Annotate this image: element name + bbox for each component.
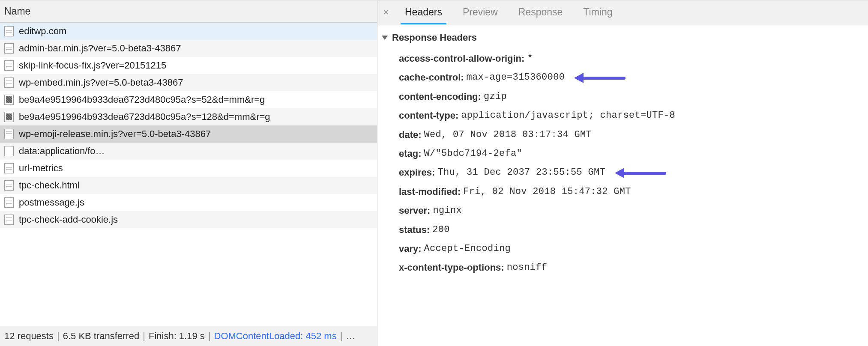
close-details-button[interactable]: × — [377, 0, 395, 24]
response-header-value: Thu, 31 Dec 2037 23:55:55 GMT — [437, 167, 605, 178]
request-row[interactable]: be9a4e9519964b933dea6723d480c95a?s=128&d… — [0, 108, 377, 125]
response-header-value: * — [527, 53, 533, 64]
status-requests: 12 requests — [4, 331, 54, 342]
request-name: tpc-check.html — [19, 180, 80, 191]
response-headers-list: access-control-allow-origin:*cache-contr… — [382, 49, 864, 277]
response-header-row: status:200 — [399, 221, 864, 239]
response-header-key: content-encoding: — [399, 91, 481, 102]
response-header-row: content-type:application/javascript; cha… — [399, 106, 864, 125]
response-header-row: cache-control:max-age=315360000 — [399, 68, 864, 87]
response-header-row: last-modified:Fri, 02 Nov 2018 15:47:32 … — [399, 182, 864, 201]
response-headers-title: Response Headers — [392, 32, 477, 43]
response-header-row: vary:Accept-Encoding — [399, 239, 864, 258]
request-name: wp-emoji-release.min.js?ver=5.0-beta3-43… — [19, 128, 211, 140]
status-separator: | — [143, 331, 145, 342]
response-header-key: vary: — [399, 243, 422, 254]
request-row[interactable]: wp-embed.min.js?ver=5.0-beta3-43867 — [0, 74, 377, 91]
response-header-row: x-content-type-options:nosniff — [399, 258, 864, 277]
response-header-key: date: — [399, 129, 422, 140]
response-header-key: last-modified: — [399, 186, 461, 197]
request-name: skip-link-focus-fix.js?ver=20151215 — [19, 60, 166, 71]
response-header-key: content-type: — [399, 110, 458, 121]
request-name: wp-embed.min.js?ver=5.0-beta3-43867 — [19, 77, 183, 88]
response-header-row: expires:Thu, 31 Dec 2037 23:55:55 GMT — [399, 163, 864, 182]
response-header-row: etag:W/"5bdc7194-2efa" — [399, 144, 864, 163]
request-name: be9a4e9519964b933dea6723d480c95a?s=52&d=… — [19, 94, 265, 105]
requests-panel: Name editwp.comadmin-bar.min.js?ver=5.0-… — [0, 0, 377, 346]
status-transferred: 6.5 KB transferred — [63, 331, 140, 342]
status-separator: | — [340, 331, 343, 342]
response-header-value: gzip — [484, 91, 507, 102]
request-name: admin-bar.min.js?ver=5.0-beta3-43867 — [19, 43, 181, 54]
disclosure-triangle-icon — [382, 36, 388, 40]
blank-file-icon — [4, 146, 14, 156]
image-file-icon — [4, 112, 14, 122]
document-file-icon — [4, 60, 14, 71]
tab-preview[interactable]: Preview — [452, 0, 508, 24]
request-row[interactable]: tpc-check.html — [0, 177, 377, 194]
document-file-icon — [4, 215, 14, 225]
response-header-row: server:nginx — [399, 201, 864, 220]
request-name: be9a4e9519964b933dea6723d480c95a?s=128&d… — [19, 111, 270, 122]
response-header-row: content-encoding:gzip — [399, 87, 864, 106]
response-header-value: W/"5bdc7194-2efa" — [424, 148, 523, 159]
response-header-value: Fri, 02 Nov 2018 15:47:32 GMT — [463, 186, 631, 197]
request-row[interactable]: url-metrics — [0, 160, 377, 177]
request-row[interactable]: skip-link-focus-fix.js?ver=20151215 — [0, 57, 377, 74]
image-file-icon — [4, 95, 14, 105]
response-header-value: application/javascript; charset=UTF-8 — [461, 110, 675, 121]
request-name: url-metrics — [19, 163, 63, 174]
close-icon: × — [383, 7, 389, 18]
request-row[interactable]: postmessage.js — [0, 194, 377, 211]
response-header-value: Wed, 07 Nov 2018 03:17:34 GMT — [424, 129, 592, 140]
response-header-key: expires: — [399, 167, 435, 178]
response-header-key: server: — [399, 205, 430, 216]
status-separator: | — [57, 331, 60, 342]
document-file-icon — [4, 129, 14, 139]
response-header-row: access-control-allow-origin:* — [399, 49, 864, 68]
response-header-value: Accept-Encoding — [424, 243, 511, 254]
status-bar: 12 requests | 6.5 KB transferred | Finis… — [0, 326, 377, 346]
request-list: editwp.comadmin-bar.min.js?ver=5.0-beta3… — [0, 23, 377, 326]
document-file-icon — [4, 197, 14, 208]
details-body: Response Headers access-control-allow-or… — [377, 24, 868, 346]
request-row[interactable]: be9a4e9519964b933dea6723d480c95a?s=52&d=… — [0, 91, 377, 108]
annotation-arrow-icon — [615, 170, 666, 176]
annotation-arrow-icon — [574, 75, 626, 81]
details-panel: × HeadersPreviewResponseTiming Response … — [377, 0, 868, 346]
request-row[interactable]: admin-bar.min.js?ver=5.0-beta3-43867 — [0, 40, 377, 57]
response-header-value: max-age=315360000 — [467, 72, 565, 83]
tab-response[interactable]: Response — [508, 0, 573, 24]
response-headers-section-toggle[interactable]: Response Headers — [382, 32, 864, 43]
tab-timing[interactable]: Timing — [573, 0, 623, 24]
document-file-icon — [4, 78, 14, 88]
response-header-key: x-content-type-options: — [399, 262, 504, 273]
request-row[interactable]: editwp.com — [0, 23, 377, 40]
document-file-icon — [4, 163, 14, 173]
request-name: postmessage.js — [19, 197, 84, 208]
status-finish: Finish: 1.19 s — [149, 331, 205, 342]
tab-headers[interactable]: Headers — [395, 0, 452, 24]
response-header-value: 200 — [432, 224, 450, 236]
status-separator: | — [208, 331, 211, 342]
response-header-key: cache-control: — [399, 72, 464, 83]
response-header-key: access-control-allow-origin: — [399, 53, 524, 64]
devtools-network-panel: Name editwp.comadmin-bar.min.js?ver=5.0-… — [0, 0, 868, 346]
response-header-key: etag: — [399, 148, 422, 159]
request-row[interactable]: wp-emoji-release.min.js?ver=5.0-beta3-43… — [0, 125, 377, 143]
status-truncated: … — [346, 331, 355, 342]
request-row[interactable]: tpc-check-add-cookie.js — [0, 211, 377, 228]
status-domcontentloaded: DOMContentLoaded: 452 ms — [214, 331, 337, 342]
document-file-icon — [4, 180, 14, 191]
response-header-key: status: — [399, 224, 430, 236]
response-header-value: nginx — [433, 205, 462, 216]
response-header-value: nosniff — [507, 262, 548, 273]
request-row[interactable]: data:application/fo… — [0, 143, 377, 160]
request-name: editwp.com — [19, 26, 66, 37]
request-name: tpc-check-add-cookie.js — [19, 214, 118, 225]
document-file-icon — [4, 26, 14, 36]
requests-column-header[interactable]: Name — [0, 0, 377, 23]
response-header-row: date:Wed, 07 Nov 2018 03:17:34 GMT — [399, 125, 864, 144]
details-tab-bar: × HeadersPreviewResponseTiming — [377, 0, 868, 24]
document-file-icon — [4, 43, 14, 54]
